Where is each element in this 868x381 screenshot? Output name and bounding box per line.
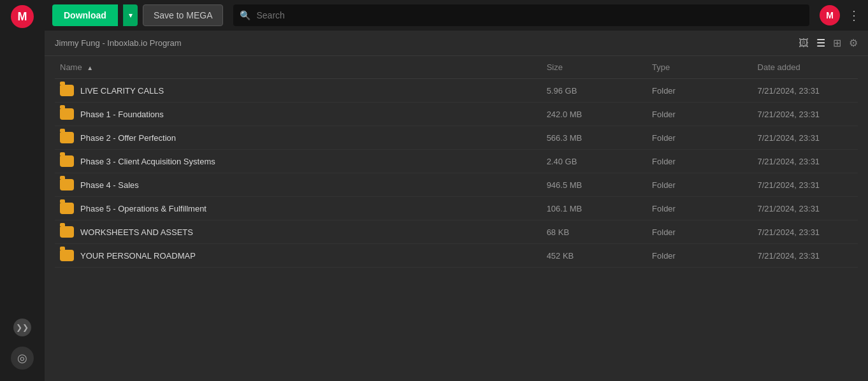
file-table: Name ▲ Size Type Date added LIVE CLARITY… [55, 56, 858, 268]
table-row[interactable]: Phase 5 - Operations & Fulfillment 106.1… [55, 197, 858, 220]
file-type: Folder [647, 150, 752, 173]
save-to-mega-button[interactable]: Save to MEGA [143, 4, 224, 26]
file-type: Folder [647, 197, 752, 220]
sidebar: M ❯❯ ◎ [0, 0, 45, 381]
table-row[interactable]: Phase 2 - Offer Perfection 566.3 MB Fold… [55, 126, 858, 150]
file-name: YOUR PERSONAL ROADMAP [80, 251, 196, 261]
file-date: 7/21/2024, 23:31 [753, 103, 858, 126]
file-size: 2.40 GB [542, 150, 647, 173]
file-size: 242.0 MB [542, 103, 647, 126]
file-name: LIVE CLARITY CALLS [80, 86, 164, 96]
file-name: Phase 1 - Foundations [80, 110, 164, 119]
radar-icon: ◎ [11, 347, 34, 370]
col-header-name[interactable]: Name ▲ [55, 56, 542, 79]
more-options-icon[interactable]: ⋮ [848, 8, 860, 23]
file-table-container: Name ▲ Size Type Date added LIVE CLARITY… [45, 56, 868, 381]
file-date: 7/21/2024, 23:31 [753, 173, 858, 197]
list-view-icon[interactable]: ☰ [816, 37, 825, 49]
folder-icon [60, 203, 74, 214]
file-name: Phase 4 - Sales [80, 180, 139, 190]
topbar: Download ▾ Save to MEGA 🔍 M ⋮ [45, 0, 868, 31]
file-date: 7/21/2024, 23:31 [753, 79, 858, 103]
file-date: 7/21/2024, 23:31 [753, 150, 858, 173]
image-view-icon[interactable]: 🖼 [799, 38, 809, 49]
topbar-right: M ⋮ [820, 5, 860, 25]
file-type: Folder [647, 126, 752, 150]
search-icon: 🔍 [240, 10, 250, 20]
file-name-cell: Phase 2 - Offer Perfection [60, 132, 537, 143]
file-size: 452 KB [542, 244, 647, 268]
settings-icon[interactable]: ⚙ [849, 37, 858, 49]
folder-icon [60, 85, 74, 96]
folder-icon [60, 132, 74, 143]
file-date: 7/21/2024, 23:31 [753, 244, 858, 268]
mega-logo[interactable]: M [11, 5, 34, 28]
file-size: 68 KB [542, 220, 647, 244]
file-name-cell: Phase 5 - Operations & Fulfillment [60, 203, 537, 214]
file-name: Phase 3 - Client Acquisition Systems [80, 157, 215, 166]
file-size: 946.5 MB [542, 173, 647, 197]
grid-view-icon[interactable]: ⊞ [833, 37, 841, 49]
table-row[interactable]: Phase 1 - Foundations 242.0 MB Folder 7/… [55, 103, 858, 126]
breadcrumb: Jimmy Fung - Inboxlab.io Program [55, 38, 182, 48]
table-row[interactable]: WORKSHEETS AND ASSETS 68 KB Folder 7/21/… [55, 220, 858, 244]
table-row[interactable]: LIVE CLARITY CALLS 5.96 GB Folder 7/21/2… [55, 79, 858, 103]
file-name-cell: LIVE CLARITY CALLS [60, 85, 537, 96]
file-date: 7/21/2024, 23:31 [753, 220, 858, 244]
file-name-cell: YOUR PERSONAL ROADMAP [60, 250, 537, 261]
file-type: Folder [647, 79, 752, 103]
col-header-size[interactable]: Size [542, 56, 647, 79]
file-date: 7/21/2024, 23:31 [753, 126, 858, 150]
sidebar-expand-button[interactable]: ❯❯ [13, 319, 31, 336]
breadcrumb-bar: Jimmy Fung - Inboxlab.io Program 🖼 ☰ ⊞ ⚙ [45, 31, 868, 56]
file-name: WORKSHEETS AND ASSETS [80, 227, 193, 237]
file-name-cell: Phase 4 - Sales [60, 179, 537, 190]
folder-icon [60, 108, 74, 120]
file-name: Phase 2 - Offer Perfection [80, 133, 176, 143]
download-dropdown-button[interactable]: ▾ [123, 4, 138, 26]
file-name: Phase 5 - Operations & Fulfillment [80, 204, 206, 213]
table-row[interactable]: Phase 3 - Client Acquisition Systems 2.4… [55, 150, 858, 173]
file-type: Folder [647, 244, 752, 268]
col-header-date[interactable]: Date added [753, 56, 858, 79]
folder-icon [60, 226, 74, 238]
file-type: Folder [647, 220, 752, 244]
avatar[interactable]: M [820, 5, 840, 25]
file-type: Folder [647, 173, 752, 197]
folder-icon [60, 155, 74, 167]
file-size: 566.3 MB [542, 126, 647, 150]
search-bar: 🔍 [233, 4, 809, 26]
file-name-cell: WORKSHEETS AND ASSETS [60, 226, 537, 238]
folder-icon [60, 179, 74, 190]
folder-icon [60, 250, 74, 261]
file-name-cell: Phase 3 - Client Acquisition Systems [60, 155, 537, 167]
file-name-cell: Phase 1 - Foundations [60, 108, 537, 120]
breadcrumb-actions: 🖼 ☰ ⊞ ⚙ [799, 37, 858, 49]
table-row[interactable]: YOUR PERSONAL ROADMAP 452 KB Folder 7/21… [55, 244, 858, 268]
col-header-type[interactable]: Type [647, 56, 752, 79]
sort-arrow-icon: ▲ [87, 64, 93, 71]
main-content: Download ▾ Save to MEGA 🔍 M ⋮ Jimmy Fung… [45, 0, 868, 381]
file-date: 7/21/2024, 23:31 [753, 197, 858, 220]
file-size: 106.1 MB [542, 197, 647, 220]
file-type: Folder [647, 103, 752, 126]
file-size: 5.96 GB [542, 79, 647, 103]
search-input[interactable] [233, 4, 809, 26]
table-row[interactable]: Phase 4 - Sales 946.5 MB Folder 7/21/202… [55, 173, 858, 197]
download-button[interactable]: Download [52, 4, 118, 26]
